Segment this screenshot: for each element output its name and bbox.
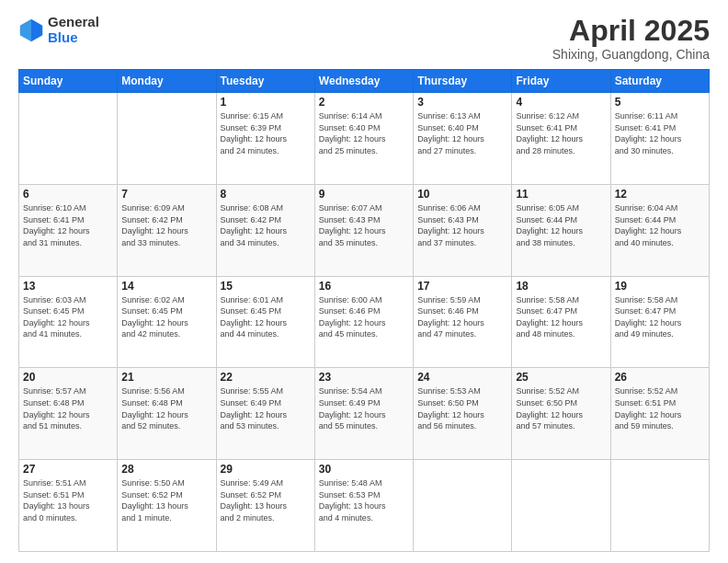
day-number: 8 xyxy=(221,188,311,201)
day-number: 20 xyxy=(23,371,113,384)
day-info: Sunrise: 6:11 AM Sunset: 6:41 PM Dayligh… xyxy=(615,110,705,156)
calendar-week-3: 13Sunrise: 6:03 AM Sunset: 6:45 PM Dayli… xyxy=(19,276,710,368)
calendar-week-2: 6Sunrise: 6:10 AM Sunset: 6:41 PM Daylig… xyxy=(19,184,710,276)
day-info: Sunrise: 6:06 AM Sunset: 6:43 PM Dayligh… xyxy=(417,202,507,248)
day-info: Sunrise: 5:55 AM Sunset: 6:49 PM Dayligh… xyxy=(221,385,311,431)
day-number: 30 xyxy=(319,463,409,476)
calendar-cell: 9Sunrise: 6:07 AM Sunset: 6:43 PM Daylig… xyxy=(314,184,413,276)
day-info: Sunrise: 5:58 AM Sunset: 6:47 PM Dayligh… xyxy=(516,294,606,340)
calendar-cell: 30Sunrise: 5:48 AM Sunset: 6:53 PM Dayli… xyxy=(314,460,413,552)
calendar-cell: 3Sunrise: 6:13 AM Sunset: 6:40 PM Daylig… xyxy=(414,93,512,185)
day-info: Sunrise: 6:04 AM Sunset: 6:44 PM Dayligh… xyxy=(615,202,705,248)
weekday-header-saturday: Saturday xyxy=(610,70,709,93)
calendar-cell: 21Sunrise: 5:56 AM Sunset: 6:48 PM Dayli… xyxy=(118,368,216,460)
day-info: Sunrise: 5:51 AM Sunset: 6:51 PM Dayligh… xyxy=(23,477,113,523)
day-info: Sunrise: 6:05 AM Sunset: 6:44 PM Dayligh… xyxy=(516,202,606,248)
title-area: April 2025 Shixing, Guangdong, China xyxy=(552,15,710,62)
day-number: 28 xyxy=(121,463,211,476)
calendar-cell xyxy=(512,460,610,552)
day-number: 24 xyxy=(417,371,507,384)
day-number: 2 xyxy=(319,96,409,109)
day-number: 12 xyxy=(615,188,705,201)
weekday-header-sunday: Sunday xyxy=(19,70,118,93)
calendar-week-5: 27Sunrise: 5:51 AM Sunset: 6:51 PM Dayli… xyxy=(19,460,710,552)
weekday-header-tuesday: Tuesday xyxy=(216,70,314,93)
day-number: 17 xyxy=(417,280,507,293)
day-info: Sunrise: 5:48 AM Sunset: 6:53 PM Dayligh… xyxy=(319,477,409,523)
calendar-week-4: 20Sunrise: 5:57 AM Sunset: 6:48 PM Dayli… xyxy=(19,368,710,460)
day-info: Sunrise: 6:00 AM Sunset: 6:46 PM Dayligh… xyxy=(319,294,409,340)
calendar-cell: 29Sunrise: 5:49 AM Sunset: 6:52 PM Dayli… xyxy=(216,460,314,552)
day-number: 3 xyxy=(417,96,507,109)
day-info: Sunrise: 6:03 AM Sunset: 6:45 PM Dayligh… xyxy=(23,294,113,340)
calendar-cell: 27Sunrise: 5:51 AM Sunset: 6:51 PM Dayli… xyxy=(19,460,118,552)
weekday-header-wednesday: Wednesday xyxy=(314,70,413,93)
calendar-cell: 20Sunrise: 5:57 AM Sunset: 6:48 PM Dayli… xyxy=(19,368,118,460)
calendar-cell: 4Sunrise: 6:12 AM Sunset: 6:41 PM Daylig… xyxy=(512,93,610,185)
day-info: Sunrise: 6:14 AM Sunset: 6:40 PM Dayligh… xyxy=(319,110,409,156)
day-info: Sunrise: 5:57 AM Sunset: 6:48 PM Dayligh… xyxy=(23,385,113,431)
day-number: 21 xyxy=(121,371,211,384)
day-number: 7 xyxy=(121,188,211,201)
logo-icon xyxy=(18,17,44,43)
day-number: 16 xyxy=(319,280,409,293)
logo-text: General Blue xyxy=(48,15,99,45)
day-number: 10 xyxy=(417,188,507,201)
weekday-header-friday: Friday xyxy=(512,70,610,93)
day-number: 6 xyxy=(23,188,113,201)
page: General Blue April 2025 Shixing, Guangdo… xyxy=(0,0,728,563)
day-info: Sunrise: 5:54 AM Sunset: 6:49 PM Dayligh… xyxy=(319,385,409,431)
day-number: 4 xyxy=(516,96,606,109)
logo-blue: Blue xyxy=(48,30,99,46)
calendar-week-1: 1Sunrise: 6:15 AM Sunset: 6:39 PM Daylig… xyxy=(19,93,710,185)
calendar-cell: 18Sunrise: 5:58 AM Sunset: 6:47 PM Dayli… xyxy=(512,276,610,368)
calendar-cell: 23Sunrise: 5:54 AM Sunset: 6:49 PM Dayli… xyxy=(314,368,413,460)
day-info: Sunrise: 6:13 AM Sunset: 6:40 PM Dayligh… xyxy=(417,110,507,156)
calendar-cell: 26Sunrise: 5:52 AM Sunset: 6:51 PM Dayli… xyxy=(610,368,709,460)
calendar-cell: 1Sunrise: 6:15 AM Sunset: 6:39 PM Daylig… xyxy=(216,93,314,185)
calendar-cell: 2Sunrise: 6:14 AM Sunset: 6:40 PM Daylig… xyxy=(314,93,413,185)
day-info: Sunrise: 6:07 AM Sunset: 6:43 PM Dayligh… xyxy=(319,202,409,248)
day-number: 18 xyxy=(516,280,606,293)
day-info: Sunrise: 6:09 AM Sunset: 6:42 PM Dayligh… xyxy=(121,202,211,248)
day-info: Sunrise: 5:52 AM Sunset: 6:50 PM Dayligh… xyxy=(516,385,606,431)
day-info: Sunrise: 5:52 AM Sunset: 6:51 PM Dayligh… xyxy=(615,385,705,431)
calendar-cell: 7Sunrise: 6:09 AM Sunset: 6:42 PM Daylig… xyxy=(118,184,216,276)
day-number: 5 xyxy=(615,96,705,109)
calendar-cell: 14Sunrise: 6:02 AM Sunset: 6:45 PM Dayli… xyxy=(118,276,216,368)
calendar-cell: 10Sunrise: 6:06 AM Sunset: 6:43 PM Dayli… xyxy=(414,184,512,276)
calendar-cell: 25Sunrise: 5:52 AM Sunset: 6:50 PM Dayli… xyxy=(512,368,610,460)
day-number: 15 xyxy=(221,280,311,293)
day-info: Sunrise: 5:49 AM Sunset: 6:52 PM Dayligh… xyxy=(221,477,311,523)
day-number: 1 xyxy=(221,96,311,109)
calendar-cell: 17Sunrise: 5:59 AM Sunset: 6:46 PM Dayli… xyxy=(414,276,512,368)
calendar-cell: 11Sunrise: 6:05 AM Sunset: 6:44 PM Dayli… xyxy=(512,184,610,276)
day-info: Sunrise: 6:10 AM Sunset: 6:41 PM Dayligh… xyxy=(23,202,113,248)
logo-general: General xyxy=(48,15,99,30)
calendar-cell: 5Sunrise: 6:11 AM Sunset: 6:41 PM Daylig… xyxy=(610,93,709,185)
day-number: 11 xyxy=(516,188,606,201)
day-info: Sunrise: 6:02 AM Sunset: 6:45 PM Dayligh… xyxy=(121,294,211,340)
day-info: Sunrise: 5:58 AM Sunset: 6:47 PM Dayligh… xyxy=(615,294,705,340)
day-info: Sunrise: 6:15 AM Sunset: 6:39 PM Dayligh… xyxy=(221,110,311,156)
header: General Blue April 2025 Shixing, Guangdo… xyxy=(18,15,710,62)
day-number: 22 xyxy=(221,371,311,384)
day-number: 23 xyxy=(319,371,409,384)
day-info: Sunrise: 6:01 AM Sunset: 6:45 PM Dayligh… xyxy=(221,294,311,340)
calendar-table: SundayMondayTuesdayWednesdayThursdayFrid… xyxy=(18,69,710,552)
day-number: 13 xyxy=(23,280,113,293)
weekday-header-monday: Monday xyxy=(118,70,216,93)
day-number: 9 xyxy=(319,188,409,201)
svg-marker-1 xyxy=(31,18,42,41)
logo: General Blue xyxy=(18,15,99,45)
location: Shixing, Guangdong, China xyxy=(552,47,710,62)
day-info: Sunrise: 6:12 AM Sunset: 6:41 PM Dayligh… xyxy=(516,110,606,156)
calendar-cell: 6Sunrise: 6:10 AM Sunset: 6:41 PM Daylig… xyxy=(19,184,118,276)
calendar-cell: 12Sunrise: 6:04 AM Sunset: 6:44 PM Dayli… xyxy=(610,184,709,276)
calendar-cell: 24Sunrise: 5:53 AM Sunset: 6:50 PM Dayli… xyxy=(414,368,512,460)
svg-marker-2 xyxy=(20,18,31,41)
calendar-cell xyxy=(610,460,709,552)
month-title: April 2025 xyxy=(552,15,710,47)
day-info: Sunrise: 5:50 AM Sunset: 6:52 PM Dayligh… xyxy=(121,477,211,523)
calendar-cell: 28Sunrise: 5:50 AM Sunset: 6:52 PM Dayli… xyxy=(118,460,216,552)
